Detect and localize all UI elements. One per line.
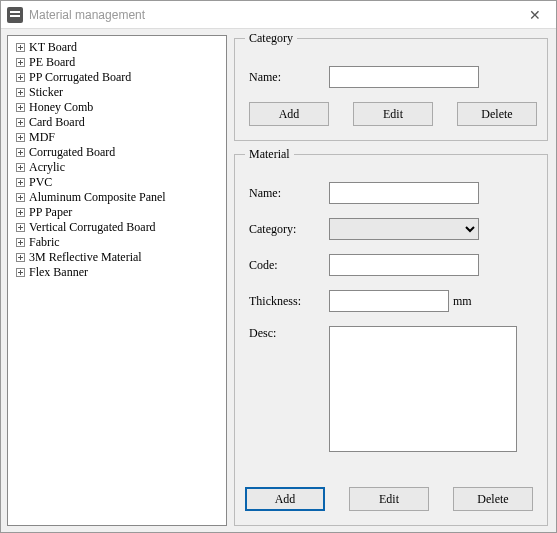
tree-item[interactable]: Flex Banner	[8, 265, 226, 280]
material-thickness-row: Thickness: mm	[249, 290, 537, 312]
expand-icon[interactable]	[16, 148, 25, 157]
tree-item[interactable]: Corrugated Board	[8, 145, 226, 160]
expand-icon[interactable]	[16, 238, 25, 247]
tree-item-label: PVC	[29, 175, 52, 190]
tree-item-label: PP Corrugated Board	[29, 70, 131, 85]
expand-icon[interactable]	[16, 133, 25, 142]
expand-icon[interactable]	[16, 43, 25, 52]
expand-icon[interactable]	[16, 73, 25, 82]
tree-item-label: Fabric	[29, 235, 60, 250]
material-category-select[interactable]	[329, 218, 479, 240]
category-legend: Category	[245, 31, 297, 46]
category-name-label: Name:	[249, 70, 329, 85]
tree-item-label: Card Board	[29, 115, 85, 130]
expand-icon[interactable]	[16, 208, 25, 217]
material-edit-button[interactable]: Edit	[349, 487, 429, 511]
client-area: KT BoardPE BoardPP Corrugated BoardStick…	[1, 29, 556, 532]
tree-item[interactable]: Aluminum Composite Panel	[8, 190, 226, 205]
category-group: Category Name: Add Edit Delete	[234, 31, 548, 141]
tree-item-label: MDF	[29, 130, 55, 145]
material-legend: Material	[245, 147, 294, 162]
tree-item-label: Vertical Corrugated Board	[29, 220, 156, 235]
category-add-button[interactable]: Add	[249, 102, 329, 126]
tree-item[interactable]: Card Board	[8, 115, 226, 130]
material-category-row: Category:	[249, 218, 537, 240]
expand-icon[interactable]	[16, 103, 25, 112]
close-icon[interactable]: ✕	[520, 8, 550, 22]
expand-icon[interactable]	[16, 58, 25, 67]
material-thickness-unit: mm	[453, 294, 472, 309]
tree-item[interactable]: Acrylic	[8, 160, 226, 175]
material-category-label: Category:	[249, 222, 329, 237]
tree-item[interactable]: Honey Comb	[8, 100, 226, 115]
expand-icon[interactable]	[16, 268, 25, 277]
tree-item-label: 3M Reflective Material	[29, 250, 142, 265]
material-name-row: Name:	[249, 182, 537, 204]
material-thickness-label: Thickness:	[249, 294, 329, 309]
material-code-input[interactable]	[329, 254, 479, 276]
tree-item[interactable]: MDF	[8, 130, 226, 145]
tree-item[interactable]: 3M Reflective Material	[8, 250, 226, 265]
tree-item-label: KT Board	[29, 40, 77, 55]
expand-icon[interactable]	[16, 253, 25, 262]
material-thickness-input[interactable]	[329, 290, 449, 312]
tree-item[interactable]: PP Corrugated Board	[8, 70, 226, 85]
material-desc-textarea[interactable]	[329, 326, 517, 452]
material-button-row: Add Edit Delete	[245, 487, 537, 511]
tree-item-label: Corrugated Board	[29, 145, 115, 160]
material-add-button[interactable]: Add	[245, 487, 325, 511]
tree-item-label: Aluminum Composite Panel	[29, 190, 166, 205]
tree-item-label: PP Paper	[29, 205, 72, 220]
category-edit-button[interactable]: Edit	[353, 102, 433, 126]
material-code-row: Code:	[249, 254, 537, 276]
category-name-row: Name:	[249, 66, 537, 88]
svg-rect-0	[10, 11, 20, 13]
expand-icon[interactable]	[16, 193, 25, 202]
tree-item-label: PE Board	[29, 55, 75, 70]
material-name-label: Name:	[249, 186, 329, 201]
material-group: Material Name: Category: Code:	[234, 147, 548, 526]
tree-item-label: Flex Banner	[29, 265, 88, 280]
app-icon	[7, 7, 23, 23]
expand-icon[interactable]	[16, 88, 25, 97]
window-title: Material management	[29, 8, 520, 22]
tree-item[interactable]: PP Paper	[8, 205, 226, 220]
tree-pane[interactable]: KT BoardPE BoardPP Corrugated BoardStick…	[7, 35, 227, 526]
tree-item[interactable]: KT Board	[8, 40, 226, 55]
titlebar[interactable]: Material management ✕	[1, 1, 556, 29]
tree-item[interactable]: PVC	[8, 175, 226, 190]
category-delete-button[interactable]: Delete	[457, 102, 537, 126]
tree-item-label: Acrylic	[29, 160, 65, 175]
expand-icon[interactable]	[16, 223, 25, 232]
category-name-input[interactable]	[329, 66, 479, 88]
material-desc-label: Desc:	[249, 326, 329, 341]
tree-item[interactable]: Vertical Corrugated Board	[8, 220, 226, 235]
tree-item[interactable]: Sticker	[8, 85, 226, 100]
expand-icon[interactable]	[16, 178, 25, 187]
right-pane: Category Name: Add Edit Delete Material …	[230, 29, 556, 532]
tree-item[interactable]: Fabric	[8, 235, 226, 250]
expand-icon[interactable]	[16, 118, 25, 127]
tree-item[interactable]: PE Board	[8, 55, 226, 70]
tree-item-label: Honey Comb	[29, 100, 93, 115]
material-code-label: Code:	[249, 258, 329, 273]
window-frame: Material management ✕ KT BoardPE BoardPP…	[0, 0, 557, 533]
tree-item-label: Sticker	[29, 85, 63, 100]
material-delete-button[interactable]: Delete	[453, 487, 533, 511]
material-name-input[interactable]	[329, 182, 479, 204]
expand-icon[interactable]	[16, 163, 25, 172]
svg-rect-1	[10, 15, 20, 17]
category-button-row: Add Edit Delete	[249, 102, 537, 126]
material-desc-row: Desc:	[249, 326, 537, 452]
